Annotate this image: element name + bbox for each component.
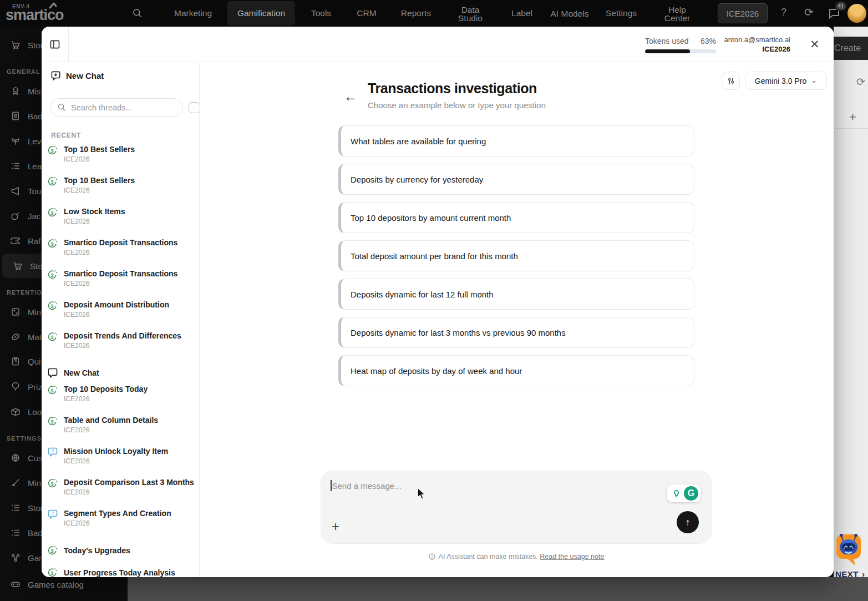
brush-icon [11,478,21,488]
money-insight-icon: $ [47,300,58,311]
question-bubble-icon: ? [47,509,58,520]
disclaimer: AI Assistant can make mistakes. Read the… [321,553,712,560]
thread-item[interactable]: $ Deposit Trends And DifferencesICE2026 [42,331,200,362]
svg-text:?: ? [52,448,54,454]
ball-icon [11,332,21,342]
thread-item[interactable]: New Chat [42,362,200,384]
table-add-icon[interactable]: + [849,110,856,124]
thread-item[interactable]: $ Top 10 Best SellersICE2026 [42,175,200,206]
refresh-icon[interactable]: ⟳ [804,6,814,19]
table-refresh-icon[interactable]: ⟳ [856,75,865,88]
thread-item[interactable]: ? Segment Types And CreationICE2026 [42,508,200,539]
screen: ENV-4 smartico Marketing Gamification To… [0,0,868,601]
message-composer[interactable]: Send a message... G + ↑ [321,471,712,544]
example-prompt[interactable]: Top 10 depositors by amount current mont… [338,202,694,233]
nav-item-ai-models[interactable]: AI Models [550,0,589,27]
svg-text:$: $ [51,388,54,393]
money-insight-icon: $ [47,238,58,249]
thread-item[interactable]: $ Today's Upgrades [42,539,200,562]
medal-icon [11,86,21,96]
nav-item-tools[interactable]: Tools [311,0,331,27]
divider [42,93,200,93]
nav-item-marketing[interactable]: Marketing [174,0,212,27]
sliders-icon [727,77,735,85]
grammarly-icon: G [684,486,698,501]
thread-item[interactable]: $ Smartico Deposit TransactionsICE2026 [42,238,200,269]
svg-text:$: $ [51,481,54,487]
chat-icon [47,367,58,378]
attach-plus-button[interactable]: + [332,519,339,534]
top-nav: ENV-4 smartico Marketing Gamification To… [0,0,868,27]
search-threads-field[interactable] [50,98,183,117]
thread-item[interactable]: $ Smartico Deposit TransactionsICE2026 [42,269,200,300]
divider [42,124,200,124]
close-icon[interactable]: ✕ [810,38,820,51]
threads-panel: New Chat RECENT $ Top 10 Best SellersICE… [42,63,200,577]
notification-count-badge: 41 [835,1,847,11]
thread-item[interactable]: $ User Progress Today Analysis [42,562,200,577]
brand-key-button[interactable]: ICE2026 [718,3,768,23]
model-selector[interactable]: Gemini 3.0 Pro ⌄ [745,72,827,90]
info-icon [428,553,436,560]
help-icon[interactable]: ? [781,7,786,18]
nav-item-help-center[interactable]: Help Center [658,0,697,27]
money-insight-icon: $ [47,176,58,187]
chat-settings-button[interactable] [722,72,740,90]
send-button[interactable]: ↑ [677,511,699,533]
money-insight-icon: $ [47,416,58,427]
thread-item[interactable]: $ Deposit Comparison Last 3 MonthsICE202… [42,477,200,508]
section-label-settings: SETTINGS [7,435,42,442]
nav-item-label[interactable]: Label [511,0,532,27]
svg-text:$: $ [51,210,54,216]
modal-topbar: Tokens used 63% anton.a@smartico.ai ICE2… [42,27,834,62]
money-insight-icon: $ [47,567,58,577]
nav-item-data-studio[interactable]: Data Studio [451,0,490,27]
megaphone-icon [11,186,21,196]
nav-item-settings[interactable]: Settings [606,0,637,27]
model-name: Gemini 3.0 Pro [755,77,806,85]
search-threads-input[interactable] [71,103,171,112]
sidebar-item-games-catalog[interactable]: Games catalog [0,575,128,594]
numbered-list-icon [11,161,21,171]
new-chat-button[interactable]: New Chat [50,70,104,81]
example-prompt[interactable]: What tables are available for quering [338,125,694,156]
example-prompt[interactable]: Total deposit amount per brand for this … [338,240,694,271]
thread-item[interactable]: $ Top 10 Best SellersICE2026 [42,144,200,175]
back-button[interactable]: ← [344,89,357,104]
clipboard-question-icon [11,356,21,366]
thread-item[interactable]: $ Deposit Amount DistributionICE2026 [42,300,200,331]
nav-item-crm[interactable]: CRM [357,0,376,27]
svg-text:$: $ [51,419,54,425]
ai-assistant-modal: Tokens used 63% anton.a@smartico.ai ICE2… [42,27,834,577]
svg-text:$: $ [51,179,54,185]
filter-checkbox[interactable] [189,102,200,113]
svg-text:$: $ [51,304,54,309]
thread-item[interactable]: $ Table and Column DetailsICE2026 [42,415,200,446]
svg-text:$: $ [51,548,54,554]
svg-text:$: $ [51,148,54,154]
numbered-list-icon [11,528,21,538]
user-avatar[interactable] [847,4,866,23]
next-chevron-icon: › [862,569,865,579]
search-icon[interactable] [132,8,143,21]
table-footer-band [128,577,868,601]
search-icon [57,103,67,112]
thread-item[interactable]: $ Top 10 Deposits TodayICE2026 [42,384,200,415]
nav-item-gamification[interactable]: Gamification [227,1,295,26]
pagination-next-button[interactable]: NEXT› [835,569,865,579]
section-label-retention: RETENTIO [7,289,42,296]
thread-item[interactable]: ? Mission Unlock Loyalty ItemICE2026 [42,446,200,477]
cart-icon [13,261,23,271]
grammarly-widget[interactable]: G [667,484,701,502]
assistant-mascot-icon[interactable] [833,533,865,570]
thread-item[interactable]: $ Low Stock ItemsICE2026 [42,206,200,238]
example-prompt[interactable]: Deposits dynamic for last 3 months vs pr… [338,317,694,348]
sidebar-toggle-button[interactable] [42,27,69,62]
example-prompt[interactable]: Heat map of deposits by day of week and … [338,355,694,386]
usage-note-link[interactable]: Read the usage note [540,553,604,560]
example-prompt[interactable]: Deposits dynamic for last 12 full month [338,279,694,310]
plant-icon [11,136,21,146]
money-insight-icon: $ [47,145,58,156]
nav-item-reports[interactable]: Reports [401,0,431,27]
example-prompt[interactable]: Deposits by currency for yestereday [338,164,694,195]
